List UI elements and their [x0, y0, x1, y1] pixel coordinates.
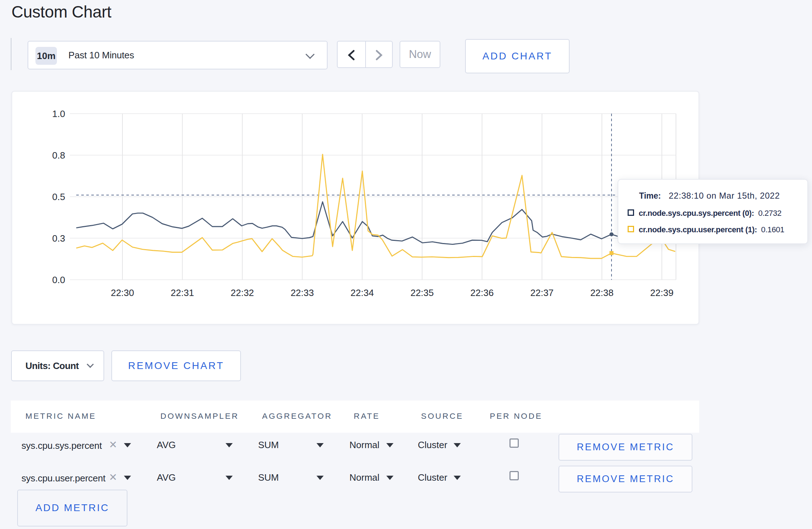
svg-text:0.3: 0.3 — [52, 233, 65, 244]
svg-text:0.0: 0.0 — [52, 275, 65, 285]
svg-text:22:33: 22:33 — [291, 287, 314, 298]
svg-text:22:31: 22:31 — [171, 287, 194, 298]
svg-text:22:39: 22:39 — [650, 287, 673, 298]
svg-text:22:36: 22:36 — [470, 287, 494, 298]
svg-text:0.5: 0.5 — [52, 191, 65, 202]
svg-text:1.0: 1.0 — [52, 108, 65, 119]
svg-text:0.8: 0.8 — [52, 150, 65, 161]
svg-text:22:34: 22:34 — [351, 287, 374, 298]
svg-text:22:32: 22:32 — [231, 287, 254, 298]
svg-text:22:38: 22:38 — [590, 287, 614, 298]
svg-text:22:30: 22:30 — [111, 287, 134, 298]
svg-text:22:35: 22:35 — [410, 287, 434, 298]
svg-text:22:37: 22:37 — [530, 287, 554, 298]
